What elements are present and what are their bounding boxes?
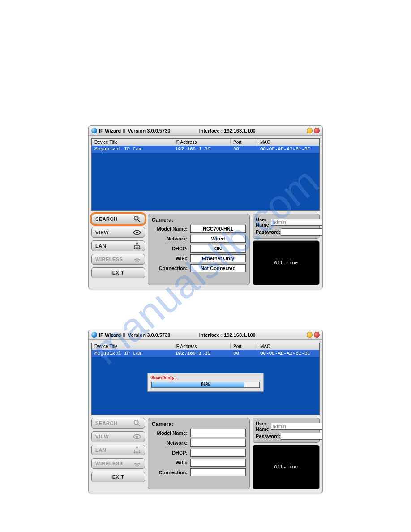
- view-button[interactable]: VIEW: [91, 431, 145, 442]
- username-input[interactable]: [271, 219, 323, 226]
- svg-rect-14: [134, 452, 136, 454]
- col-device-title[interactable]: Device Title: [92, 139, 172, 146]
- camera-panel: Camera: Model Name: Network: DHCP: WiFi:…: [148, 418, 250, 489]
- network-label: Network:: [152, 440, 188, 446]
- network-icon: [133, 446, 141, 454]
- col-mac[interactable]: MAC: [257, 343, 319, 350]
- username-input[interactable]: [271, 423, 323, 430]
- search-icon: [133, 419, 141, 427]
- camera-heading: Camera:: [152, 217, 246, 223]
- col-ip-address[interactable]: IP Address: [172, 139, 231, 146]
- ip-wizard-window-2: IP Wizard II Version 3.0.0.5730 Interfac…: [88, 330, 323, 493]
- device-list-header: Device Title IP Address Port MAC: [92, 139, 319, 146]
- video-preview: Off-Line: [253, 445, 320, 489]
- wifi-value: Ethernet Only: [190, 254, 246, 262]
- search-button[interactable]: SEARCH: [91, 418, 145, 429]
- svg-point-12: [136, 436, 138, 438]
- minimize-icon[interactable]: [307, 332, 313, 338]
- cell-mac: 00-0E-AE-A2-61-BC: [257, 146, 319, 153]
- password-label: Password:: [256, 229, 281, 235]
- svg-rect-15: [136, 452, 138, 454]
- network-label: Network:: [152, 236, 188, 241]
- connection-value: [190, 468, 246, 476]
- credentials-panel: User Name: Password:: [253, 418, 320, 443]
- device-list: Device Title IP Address Port MAC Megapix…: [91, 343, 320, 415]
- lan-button[interactable]: LAN: [91, 240, 145, 251]
- network-value: [190, 439, 246, 447]
- wifi-label: WiFi:: [152, 256, 188, 261]
- col-port[interactable]: Port: [231, 139, 257, 146]
- cell-ip: 192.168.1.30: [172, 350, 231, 357]
- view-button-label: VIEW: [95, 434, 109, 439]
- search-icon: [133, 215, 141, 223]
- device-list: Device Title IP Address Port MAC Megapix…: [91, 138, 320, 211]
- app-title: IP Wizard II Version 3.0.0.5730: [99, 128, 170, 133]
- wireless-button-label: WIRELESS: [95, 461, 123, 466]
- svg-point-9: [134, 420, 138, 425]
- svg-rect-6: [136, 248, 138, 249]
- interface-label: Interface : 192.168.1.100: [199, 128, 256, 133]
- credentials-panel: User Name: Password:: [253, 214, 320, 239]
- preview-status: Off-Line: [274, 464, 298, 470]
- cell-port: 80: [231, 146, 257, 153]
- dhcp-label: DHCP:: [152, 246, 188, 251]
- camera-heading: Camera:: [152, 421, 246, 427]
- svg-line-10: [138, 424, 140, 426]
- wifi-value: [190, 459, 246, 467]
- search-button-label: SEARCH: [95, 420, 117, 426]
- wireless-button[interactable]: WIRELESS: [91, 458, 145, 469]
- col-port[interactable]: Port: [231, 343, 257, 350]
- progress-bar: 86%: [151, 382, 260, 388]
- titlebar: IP Wizard II Version 3.0.0.5730 Interfac…: [89, 126, 322, 136]
- connection-value: Not Connected: [190, 264, 246, 272]
- preview-status: Off-Line: [274, 260, 298, 266]
- connection-label: Connection:: [152, 266, 188, 271]
- camera-panel: Camera: Model Name:NCC700-HN1 Network:Wi…: [148, 214, 250, 285]
- password-label: Password:: [256, 433, 281, 439]
- dhcp-value: ON: [190, 245, 246, 253]
- svg-point-3: [136, 232, 138, 234]
- connection-label: Connection:: [152, 470, 188, 475]
- password-input[interactable]: [281, 228, 323, 236]
- model-label: Model Name:: [152, 226, 188, 232]
- device-list-header: Device Title IP Address Port MAC: [92, 343, 319, 350]
- network-icon: [133, 242, 141, 250]
- ip-wizard-window-1: IP Wizard II Version 3.0.0.5730 Interfac…: [88, 125, 323, 289]
- svg-rect-7: [139, 248, 141, 249]
- interface-label: Interface : 192.168.1.100: [199, 332, 256, 338]
- wireless-button[interactable]: WIRELESS: [91, 254, 145, 265]
- action-buttons: SEARCH VIEW LAN WIRELESS: [91, 214, 145, 285]
- search-button[interactable]: SEARCH: [91, 214, 145, 224]
- lan-button[interactable]: LAN: [91, 445, 145, 455]
- action-buttons: SEARCH VIEW LAN WIRELESS: [91, 418, 145, 489]
- svg-rect-16: [139, 452, 141, 454]
- cell-device-title: Megapixel IP Cam: [92, 350, 172, 357]
- close-icon[interactable]: [314, 332, 320, 338]
- lan-button-label: LAN: [95, 243, 106, 249]
- username-label: User Name:: [256, 217, 271, 227]
- svg-point-17: [137, 466, 138, 467]
- lan-button-label: LAN: [95, 447, 106, 453]
- minimize-icon[interactable]: [307, 128, 313, 133]
- username-label: User Name:: [256, 421, 271, 432]
- device-row[interactable]: Megapixel IP Cam 192.168.1.30 80 00-0E-A…: [92, 350, 319, 357]
- model-value: NCC700-HN1: [190, 225, 246, 233]
- close-icon[interactable]: [314, 128, 320, 133]
- password-input[interactable]: [281, 433, 323, 440]
- col-ip-address[interactable]: IP Address: [172, 343, 231, 350]
- svg-rect-4: [136, 243, 138, 245]
- cell-ip: 192.168.1.30: [172, 146, 231, 153]
- exit-button[interactable]: EXIT: [91, 267, 145, 278]
- eye-icon: [133, 433, 141, 441]
- dhcp-value: [190, 449, 246, 457]
- col-device-title[interactable]: Device Title: [92, 343, 172, 350]
- svg-rect-13: [136, 447, 138, 449]
- cell-port: 80: [231, 350, 257, 357]
- exit-button[interactable]: EXIT: [91, 472, 145, 482]
- view-button[interactable]: VIEW: [91, 227, 145, 238]
- device-row[interactable]: Megapixel IP Cam 192.168.1.30 80 00-0E-A…: [92, 146, 319, 153]
- col-mac[interactable]: MAC: [257, 139, 319, 146]
- progress-percent: 86%: [152, 382, 259, 387]
- video-preview: Off-Line: [253, 240, 320, 285]
- model-value: [190, 429, 246, 437]
